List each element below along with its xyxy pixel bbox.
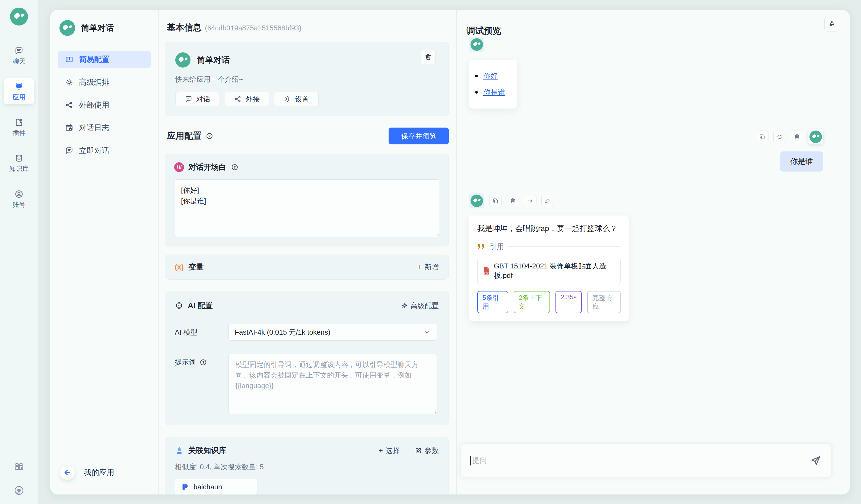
nav-item-simple-config[interactable]: 简易配置 <box>58 51 151 68</box>
retry-icon <box>776 134 783 140</box>
quote-file-name: GBT 15104-2021 装饰单板贴面人造板.pdf <box>494 261 615 281</box>
rail-item-chat[interactable]: 聊天 <box>4 42 34 68</box>
read-aloud-button[interactable] <box>524 195 536 207</box>
ai-model-select[interactable]: FastAI-4k (0.015 元/1k tokens) <box>229 324 437 341</box>
share-icon <box>234 95 242 103</box>
rail-item-label: 聊天 <box>13 57 26 66</box>
delete-message-button[interactable] <box>791 131 803 143</box>
help-icon[interactable]: ? <box>205 132 214 140</box>
chat-input[interactable]: 提问 <box>461 444 831 477</box>
chat-button[interactable]: 对话 <box>175 92 220 106</box>
rail-item-label: 知识库 <box>9 164 29 173</box>
settings-button[interactable]: 设置 <box>274 92 318 106</box>
user-message-bubble: 你是谁 <box>780 151 823 172</box>
back-arrow-button[interactable] <box>60 465 74 480</box>
bullet-dot <box>475 74 478 77</box>
welcome-textarea[interactable]: [你好] [你是谁] <box>174 179 439 237</box>
kb-params-label: 参数 <box>425 446 439 455</box>
back-to-my-apps[interactable]: 我的应用 <box>60 465 114 480</box>
chat-icon <box>14 46 24 55</box>
retry-message-button[interactable] <box>773 131 786 143</box>
prompt-textarea[interactable] <box>229 354 437 414</box>
app-root: 聊天 应用 插件 <box>0 0 861 504</box>
pdf-file-icon: PDF <box>483 267 490 275</box>
app-nav-menu: 简易配置 高级编排 外部使用 对话日志 <box>58 51 151 159</box>
add-variable-button[interactable]: + 新增 <box>418 262 439 272</box>
app-nav-column: 简单对话 简易配置 高级编排 外部使用 <box>50 10 159 494</box>
ai-config-header: AI 配置 高级配置 <box>175 300 439 311</box>
copy-message-button[interactable] <box>756 131 768 143</box>
kb-select-button[interactable]: + 选择 <box>379 446 400 455</box>
edit-message-button[interactable] <box>541 195 554 207</box>
rail-item-datasets[interactable]: 知识库 <box>4 150 34 176</box>
copy-message-button[interactable] <box>489 195 502 207</box>
kb-dataset-name: baichaun <box>193 483 222 491</box>
help-icon[interactable]: ? <box>231 163 239 171</box>
debug-preview-column: 调试预览 你好 <box>457 10 850 494</box>
kb-summary: 相似度: 0.4, 单次搜索数量: 5 <box>175 462 439 472</box>
back-label: 我的应用 <box>84 467 114 478</box>
gear-icon <box>401 302 408 309</box>
quote-file-tag[interactable]: PDF GBT 15104-2021 装饰单板贴面人造板.pdf <box>477 258 620 284</box>
plus-icon: + <box>379 447 383 454</box>
full-response-badge[interactable]: 完整响应 <box>587 291 620 313</box>
app-header: 简单对话 <box>58 20 151 36</box>
advanced-config-label: 高级配置 <box>411 301 439 311</box>
nav-item-advanced-flow[interactable]: 高级编排 <box>58 74 151 91</box>
docs-book-icon[interactable] <box>14 462 24 473</box>
ai-model-value: FastAI-4k (0.015 元/1k tokens) <box>235 328 330 337</box>
send-plane-icon[interactable] <box>810 454 822 466</box>
plugin-icon <box>14 118 24 127</box>
app-id: (64cdb319a875a1515568bf93) <box>205 24 301 32</box>
citations-badge[interactable]: 5条引用 <box>477 291 508 313</box>
clear-chat-button[interactable] <box>824 17 839 31</box>
bullet-dot <box>475 91 478 94</box>
delete-message-button[interactable] <box>507 195 519 207</box>
kb-select-label: 选择 <box>386 446 400 455</box>
svg-text:?: ? <box>234 165 236 169</box>
ai-config-title: AI 配置 <box>188 300 213 311</box>
kb-dataset-tag[interactable]: baichaun <box>175 479 258 494</box>
trash-icon <box>510 197 516 204</box>
rail-item-plugins[interactable]: 插件 <box>4 114 34 140</box>
user-avatar <box>808 129 823 145</box>
app-avatar <box>175 52 191 68</box>
welcome-card: Hi 对话开场白 ? [你好] [你是谁] <box>165 154 449 246</box>
rail-bottom <box>0 462 38 496</box>
save-and-preview-button[interactable]: 保存并预览 <box>388 127 449 145</box>
context-badge[interactable]: 2条上下文 <box>514 291 550 313</box>
user-message-actions <box>469 129 823 145</box>
app-name: 简单对话 <box>81 23 114 33</box>
assistant-avatar <box>469 37 484 52</box>
quick-question-link[interactable]: 你是谁 <box>483 87 505 97</box>
trash-icon <box>794 134 800 140</box>
help-icon[interactable]: ? <box>199 358 207 366</box>
chat-area: 你好 你是谁 <box>457 37 850 440</box>
kb-params-button[interactable]: 参数 <box>415 446 439 455</box>
advanced-config-button[interactable]: 高级配置 <box>401 301 439 311</box>
app-description: 快来给应用一个介绍~ <box>175 74 438 84</box>
rail-item-apps[interactable]: 应用 <box>4 78 34 104</box>
kb-card: 关联知识库 + 选择 参数 <box>165 437 449 494</box>
rail-menu: 聊天 应用 插件 <box>0 42 38 212</box>
welcome-link-item[interactable]: 你是谁 <box>475 84 505 100</box>
ai-model-label: AI 模型 <box>175 324 229 337</box>
delete-app-button[interactable] <box>421 50 436 64</box>
github-icon[interactable] <box>14 485 24 496</box>
welcome-header: Hi 对话开场白 ? <box>174 162 439 172</box>
clean-brush-icon <box>828 20 836 28</box>
duration-badge[interactable]: 2.35s <box>556 291 582 313</box>
external-button[interactable]: 外接 <box>225 92 269 106</box>
edit-square-icon <box>415 447 422 454</box>
kb-actions: + 选择 参数 <box>379 446 439 455</box>
nav-item-start-chat[interactable]: 立即对话 <box>58 142 151 159</box>
quick-question-link[interactable]: 你好 <box>483 71 498 81</box>
welcome-link-item[interactable]: 你好 <box>475 68 505 84</box>
prompt-label: 提示词 ? <box>175 354 229 367</box>
rail-item-account[interactable]: 账号 <box>4 186 34 212</box>
chat-button-label: 对话 <box>196 94 210 104</box>
kb-title: 关联知识库 <box>188 445 226 456</box>
nav-item-chat-logs[interactable]: 对话日志 <box>58 119 151 136</box>
nav-item-external-use[interactable]: 外部使用 <box>58 97 151 113</box>
grid-config-icon <box>65 55 73 64</box>
